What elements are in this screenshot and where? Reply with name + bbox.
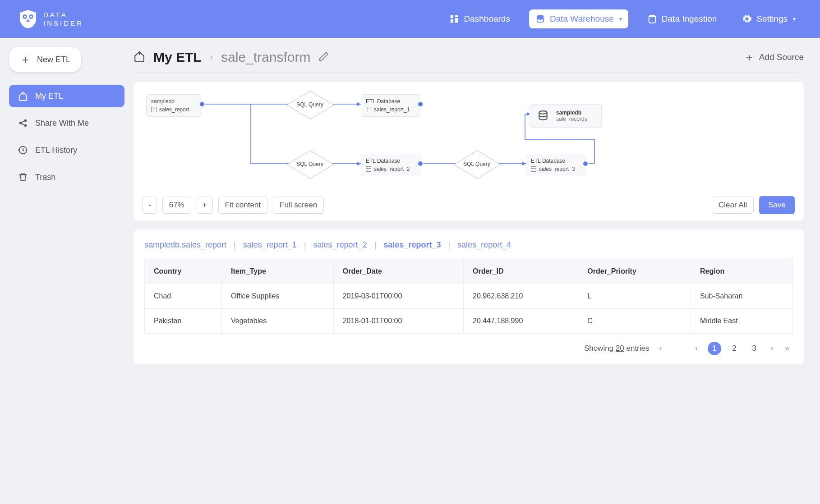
top-nav: Dashboards Data Warehouse ▾ Data Ingesti… xyxy=(443,9,802,28)
chevron-down-icon: ▾ xyxy=(793,16,796,22)
svg-rect-7 xyxy=(451,19,453,23)
page-1[interactable]: 1 xyxy=(708,342,721,355)
svg-point-9 xyxy=(649,15,655,18)
sidebar-item-label: ETL History xyxy=(35,146,77,155)
chevron-down-icon: ▾ xyxy=(619,16,622,22)
page-last-icon[interactable]: » xyxy=(783,344,791,353)
home-icon[interactable] xyxy=(134,50,145,64)
clear-all-button[interactable]: Clear All xyxy=(712,197,754,214)
svg-marker-17 xyxy=(357,102,361,106)
svg-point-3 xyxy=(30,16,32,18)
new-etl-button[interactable]: ＋ New ETL xyxy=(9,47,81,72)
zoom-in-button[interactable]: + xyxy=(197,197,213,214)
nav-dashboards-label: Dashboards xyxy=(464,14,510,24)
pagination: Showing 20 entries ‹ ‹ 123 › » xyxy=(134,334,804,355)
connector-dot[interactable] xyxy=(417,160,424,167)
tab-sales_report_2[interactable]: sales_report_2 xyxy=(313,240,367,250)
sidebar-item-trash[interactable]: Trash xyxy=(9,166,124,188)
brand-line1: DATA xyxy=(43,10,83,19)
sidebar-item-my-etl[interactable]: My ETL xyxy=(9,85,124,107)
svg-point-28 xyxy=(539,111,547,114)
flow-node-db3[interactable]: ETL Database sales_report_3 xyxy=(526,154,585,176)
page-3[interactable]: 3 xyxy=(747,342,761,355)
sidebar-item-history[interactable]: ETL History xyxy=(9,139,124,161)
new-etl-label: New ETL xyxy=(37,55,70,64)
nav-settings[interactable]: Settings ▾ xyxy=(736,9,802,28)
svg-point-12 xyxy=(24,124,27,127)
col-Order_Priority[interactable]: Order_Priority xyxy=(578,259,691,284)
database-icon xyxy=(536,109,550,123)
tab-sales_report_3[interactable]: sales_report_3 xyxy=(383,240,441,250)
nav-data-warehouse[interactable]: Data Warehouse ▾ xyxy=(529,9,628,28)
table-scroll[interactable]: CountryItem_TypeOrder_DateOrder_IDOrder_… xyxy=(144,259,793,334)
col-Country[interactable]: Country xyxy=(145,259,222,284)
page-next-icon[interactable]: › xyxy=(769,344,775,353)
gear-icon xyxy=(742,14,752,24)
node-title: ETL Database xyxy=(366,98,415,105)
full-screen-button[interactable]: Full screen xyxy=(273,197,324,214)
col-Order_ID[interactable]: Order_ID xyxy=(464,259,578,284)
flow-node-db2[interactable]: ETL Database sales_report_2 xyxy=(361,154,420,176)
flow-node-source[interactable]: sampledb sales_report xyxy=(146,94,202,117)
database-icon xyxy=(647,14,657,24)
dashboard-icon xyxy=(449,14,459,24)
tab-sales_report_1[interactable]: sales_report_1 xyxy=(243,240,297,250)
page-prev-icon[interactable]: ‹ xyxy=(693,344,700,353)
flow-canvas[interactable]: sampledb sales_report SQL Query ETL Data… xyxy=(134,82,804,190)
breadcrumb-root[interactable]: My ETL xyxy=(153,50,202,65)
nav-dashboards[interactable]: Dashboards xyxy=(443,9,516,28)
share-icon xyxy=(18,118,28,128)
breadcrumb: My ETL › sale_transform xyxy=(134,50,329,65)
col-Order_Date[interactable]: Order_Date xyxy=(333,259,463,284)
add-source-button[interactable]: ＋ Add Source xyxy=(744,50,804,64)
connector-dot[interactable] xyxy=(417,101,424,107)
col-Item_Type[interactable]: Item_Type xyxy=(221,259,333,284)
sidebar: ＋ New ETL My ETL Share With Me ETL Histo… xyxy=(0,38,134,373)
table-icon xyxy=(531,166,536,172)
nav-data-ingestion[interactable]: Data Ingestion xyxy=(641,9,723,28)
node-label: SQL Query xyxy=(463,161,490,167)
svg-rect-4 xyxy=(451,15,453,18)
tab-sales_report_4[interactable]: sales_report_4 xyxy=(457,240,511,250)
svg-marker-26 xyxy=(522,162,526,165)
add-source-label: Add Source xyxy=(759,52,804,62)
flow-node-destination[interactable]: sampledb sale_records xyxy=(530,104,602,128)
fit-content-button[interactable]: Fit content xyxy=(218,197,267,214)
svg-point-11 xyxy=(24,119,27,122)
zoom-out-button[interactable]: - xyxy=(143,197,157,214)
trash-icon xyxy=(18,172,28,182)
flow-node-sql-3[interactable]: SQL Query xyxy=(454,149,500,179)
flow-node-sql-1[interactable]: SQL Query xyxy=(287,90,333,119)
col-Region[interactable]: Region xyxy=(691,259,793,284)
entries-count[interactable]: 20 xyxy=(616,344,624,353)
logo[interactable]: DATA INSIDER xyxy=(18,9,83,29)
edit-icon[interactable] xyxy=(318,51,329,64)
table-row[interactable]: PakistanVegetables2018-01-01T00:0020,447… xyxy=(145,309,793,334)
result-table: CountryItem_TypeOrder_DateOrder_IDOrder_… xyxy=(144,259,793,334)
table-row[interactable]: ChadOffice Supplies2019-03-01T00:0020,96… xyxy=(145,284,793,309)
flow-node-db1[interactable]: ETL Database sales_report_1 xyxy=(361,94,420,117)
chevron-right-icon: › xyxy=(210,51,213,63)
table-icon xyxy=(366,107,371,112)
data-preview-card: sampledb.sales_report|sales_report_1|sal… xyxy=(134,229,804,364)
nav-settings-label: Settings xyxy=(756,14,788,24)
owl-shield-icon xyxy=(18,9,38,29)
page-prev-icon[interactable]: ‹ xyxy=(658,344,664,353)
entries-label: Showing 20 entries xyxy=(584,344,650,353)
svg-rect-6 xyxy=(455,18,458,23)
page-2[interactable]: 2 xyxy=(728,342,741,355)
node-title: sampledb xyxy=(151,98,197,105)
zoom-value[interactable]: 67% xyxy=(162,197,191,214)
flow-canvas-card: sampledb sales_report SQL Query ETL Data… xyxy=(134,82,804,220)
connector-dot[interactable] xyxy=(199,101,205,107)
node-subtitle: sales_report_2 xyxy=(374,166,410,172)
flow-node-sql-2[interactable]: SQL Query xyxy=(287,149,333,179)
node-subtitle: sales_report xyxy=(159,106,189,113)
tab-sampledb.sales_report[interactable]: sampledb.sales_report xyxy=(144,240,226,250)
canvas-toolbar: - 67% + Fit content Full screen Clear Al… xyxy=(134,190,804,220)
svg-rect-5 xyxy=(455,15,458,17)
sidebar-item-share[interactable]: Share With Me xyxy=(9,112,124,134)
connector-dot[interactable] xyxy=(582,160,589,167)
table-icon xyxy=(151,107,157,112)
save-button[interactable]: Save xyxy=(759,196,795,214)
